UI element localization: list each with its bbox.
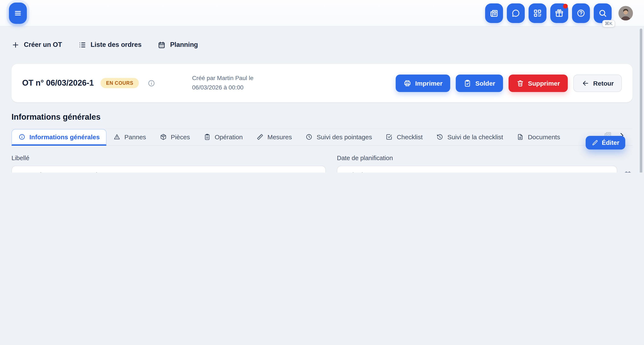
delete-button-label: Supprimer <box>528 80 560 87</box>
workorder-title: OT n° 06/03/2026-1 <box>22 78 94 88</box>
tab-label: Suivi de la checklist <box>448 134 503 141</box>
printer-icon <box>403 79 412 87</box>
nav-planning-label: Planning <box>170 41 198 48</box>
help-icon <box>576 8 586 18</box>
nav-create-ot-label: Créer un OT <box>24 41 62 48</box>
search-shortcut-badge: ⌘K <box>602 20 615 27</box>
libelle-label: Libellé <box>12 154 326 162</box>
date-planification-label: Date de planification <box>337 154 632 162</box>
field-date-planification: Date de planification <box>337 154 632 172</box>
topbar: ⌘K <box>0 0 644 26</box>
quick-nav: Créer un OT Liste des ordres Planning <box>12 26 632 51</box>
info-icon[interactable] <box>147 79 156 87</box>
gift-icon <box>554 8 564 18</box>
created-by-line1: Créé par Martin Paul le <box>192 74 254 83</box>
workorder-actions: Imprimer Solder Supprimer Retour <box>396 74 622 92</box>
search-button[interactable]: ⌘K <box>594 3 612 23</box>
print-button-label: Imprimer <box>415 80 442 87</box>
created-by-line2: 06/03/2026 à 00:00 <box>192 83 254 92</box>
workorder-header-card: OT n° 06/03/2026-1 EN COURS Créé par Mar… <box>12 64 632 102</box>
tab-label: Opération <box>215 134 243 141</box>
chat-button[interactable] <box>507 3 525 23</box>
form-row-1: Libellé Date de planification <box>12 154 632 172</box>
tab-documents[interactable]: Documents <box>510 129 567 145</box>
clipboard-check-icon <box>464 79 472 87</box>
back-button[interactable]: Retour <box>573 74 622 92</box>
created-by-text: Créé par Martin Paul le 06/03/2026 à 00:… <box>192 74 254 92</box>
tab-pannes[interactable]: Pannes <box>106 129 153 145</box>
avatar-image <box>618 6 633 20</box>
qr-code-button[interactable] <box>528 3 546 23</box>
back-button-label: Retour <box>593 80 614 87</box>
section-title: Informations générales <box>12 112 632 122</box>
status-badge: EN COURS <box>100 78 139 88</box>
gift-button[interactable] <box>550 3 568 23</box>
tab-label: Pièces <box>171 134 190 141</box>
pencil-icon <box>592 139 598 146</box>
settle-button[interactable]: Solder <box>456 74 503 92</box>
document-icon <box>517 134 524 141</box>
notification-dot <box>563 4 568 8</box>
news-button[interactable] <box>485 3 503 23</box>
tab-label: Suivi des pointages <box>317 134 372 141</box>
tab-bar: Informations générales Pannes Pièces Opé… <box>12 129 632 146</box>
libelle-input[interactable] <box>12 166 326 172</box>
info-circle-icon <box>18 133 26 140</box>
calendar-picker-icon[interactable] <box>623 170 632 172</box>
date-planification-input[interactable] <box>337 166 617 172</box>
check-square-icon <box>386 134 393 141</box>
history-icon <box>436 134 444 141</box>
app-window: ⌘K Créer un OT Liste des ordres <box>0 0 644 172</box>
help-button[interactable] <box>572 3 590 23</box>
user-avatar[interactable] <box>618 6 633 20</box>
field-libelle: Libellé <box>12 154 326 172</box>
tab-checklist[interactable]: Checklist <box>379 129 430 145</box>
trash-icon <box>516 79 524 87</box>
tab-suivi-checklist[interactable]: Suivi de la checklist <box>430 129 510 145</box>
list-icon <box>78 41 86 49</box>
vertical-scrollbar[interactable] <box>640 28 642 172</box>
print-button[interactable]: Imprimer <box>396 74 450 92</box>
tab-mesures[interactable]: Mesures <box>250 129 299 145</box>
clock-icon <box>306 134 313 141</box>
delete-button[interactable]: Supprimer <box>508 74 568 92</box>
edit-button[interactable]: Éditer <box>586 136 625 150</box>
calendar-icon <box>158 41 166 49</box>
search-icon <box>598 8 607 18</box>
tab-label: Mesures <box>268 134 292 141</box>
edit-button-label: Éditer <box>602 139 619 146</box>
plus-icon <box>12 41 20 49</box>
tab-label: Informations générales <box>30 133 100 140</box>
clipboard-icon <box>204 134 211 141</box>
warning-triangle-icon <box>113 134 120 141</box>
page-content: Créer un OT Liste des ordres Planning OT… <box>0 26 644 172</box>
nav-create-ot[interactable]: Créer un OT <box>12 41 62 49</box>
tab-label: Documents <box>528 134 560 141</box>
ruler-icon <box>256 134 264 141</box>
package-icon <box>160 134 167 141</box>
tab-informations-generales[interactable]: Informations générales <box>12 129 106 146</box>
tab-label: Pannes <box>124 134 146 141</box>
nav-planning[interactable]: Planning <box>158 41 198 49</box>
tab-operation[interactable]: Opération <box>197 129 250 145</box>
hamburger-icon <box>13 8 22 18</box>
nav-order-list-label: Liste des ordres <box>90 41 142 48</box>
tab-label: Checklist <box>397 134 423 141</box>
chat-icon <box>511 8 520 18</box>
settle-button-label: Solder <box>475 80 495 87</box>
newspaper-icon <box>490 8 499 18</box>
tab-suivi-pointages[interactable]: Suivi des pointages <box>299 129 379 145</box>
nav-order-list[interactable]: Liste des ordres <box>78 41 142 49</box>
hamburger-menu-button[interactable] <box>9 2 27 24</box>
qr-code-icon <box>533 8 542 18</box>
arrow-left-icon <box>581 79 589 87</box>
topbar-actions: ⌘K <box>485 3 633 23</box>
tab-pieces[interactable]: Pièces <box>153 129 197 145</box>
